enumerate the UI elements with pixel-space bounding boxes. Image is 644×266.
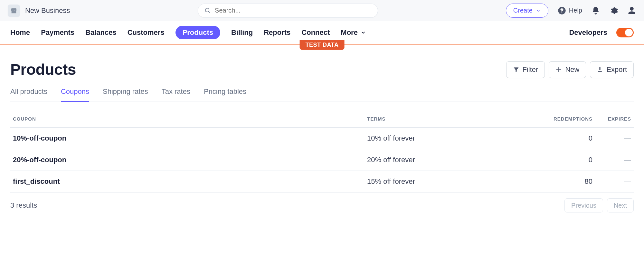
coupon-redemptions: 0 <box>528 156 592 164</box>
col-coupon: COUPON <box>13 116 367 122</box>
coupon-expires: — <box>592 156 631 164</box>
create-button[interactable]: Create <box>506 4 548 18</box>
coupon-redemptions: 0 <box>528 134 592 143</box>
coupon-name: 10%-off-coupon <box>13 134 367 143</box>
topbar: New Business Create Help <box>0 0 644 21</box>
business-name: New Business <box>25 6 70 15</box>
user-icon[interactable] <box>627 6 636 15</box>
search-icon <box>204 7 211 14</box>
coupons-table: COUPON TERMS REDEMPTIONS EXPIRES 10%-off… <box>10 110 634 218</box>
help-icon <box>557 6 566 15</box>
subtab-pricing-tables[interactable]: Pricing tables <box>204 87 246 102</box>
chevron-down-icon <box>536 8 541 13</box>
subtab-all-products[interactable]: All products <box>10 87 47 102</box>
coupon-expires: — <box>592 134 631 143</box>
nav-home[interactable]: Home <box>10 28 30 37</box>
next-button[interactable]: Next <box>607 198 634 212</box>
filter-button[interactable]: Filter <box>506 61 545 78</box>
new-label: New <box>565 65 579 74</box>
nav-reports[interactable]: Reports <box>264 28 290 37</box>
coupon-name: first_discount <box>13 177 367 186</box>
export-label: Export <box>606 65 627 74</box>
subtab-tax-rates[interactable]: Tax rates <box>162 87 190 102</box>
coupon-redemptions: 80 <box>528 177 592 186</box>
table-row[interactable]: 10%-off-coupon 10% off forever 0 — <box>10 128 634 149</box>
coupon-expires: — <box>592 177 631 186</box>
test-data-badge: TEST DATA <box>300 40 345 50</box>
settings-icon[interactable] <box>609 6 618 15</box>
nav-balances[interactable]: Balances <box>85 28 117 37</box>
col-expires: EXPIRES <box>592 116 631 122</box>
new-button[interactable]: New <box>549 61 586 78</box>
subtab-shipping-rates[interactable]: Shipping rates <box>103 87 148 102</box>
col-terms: TERMS <box>367 116 528 122</box>
nav-more[interactable]: More <box>341 28 366 37</box>
filter-label: Filter <box>523 65 538 74</box>
coupon-name: 20%-off-coupon <box>13 156 367 164</box>
results-count: 3 results <box>10 201 37 210</box>
coupon-terms: 15% off forever <box>367 177 528 186</box>
filter-icon <box>513 66 519 73</box>
main-nav: Home Payments Balances Customers Product… <box>0 21 644 44</box>
nav-billing[interactable]: Billing <box>231 28 253 37</box>
page-content: Products Filter New Export All products … <box>0 44 644 218</box>
table-header: COUPON TERMS REDEMPTIONS EXPIRES <box>10 110 634 128</box>
help-link[interactable]: Help <box>557 6 582 15</box>
coupon-terms: 20% off forever <box>367 156 528 164</box>
nav-customers[interactable]: Customers <box>128 28 165 37</box>
table-row[interactable]: 20%-off-coupon 20% off forever 0 — <box>10 149 634 171</box>
nav-developers[interactable]: Developers <box>569 28 607 37</box>
table-row[interactable]: first_discount 15% off forever 80 — <box>10 171 634 192</box>
chevron-down-icon <box>360 30 366 35</box>
nav-payments[interactable]: Payments <box>41 28 74 37</box>
product-subtabs: All products Coupons Shipping rates Tax … <box>10 87 634 102</box>
test-mode-toggle[interactable] <box>616 28 634 37</box>
export-icon <box>597 66 603 73</box>
create-label: Create <box>513 7 533 14</box>
nav-products[interactable]: Products <box>175 26 220 39</box>
page-title: Products <box>10 61 76 78</box>
plus-icon <box>555 66 562 73</box>
previous-button[interactable]: Previous <box>564 198 603 212</box>
store-icon <box>8 5 20 17</box>
col-redemptions: REDEMPTIONS <box>528 116 592 122</box>
business-switcher[interactable]: New Business <box>8 5 70 17</box>
export-button[interactable]: Export <box>590 61 634 78</box>
nav-more-label: More <box>341 28 358 37</box>
global-search[interactable] <box>198 4 378 18</box>
notifications-icon[interactable] <box>591 6 600 15</box>
help-label: Help <box>569 7 582 14</box>
nav-connect[interactable]: Connect <box>301 28 330 37</box>
coupon-terms: 10% off forever <box>367 134 528 143</box>
search-input[interactable] <box>215 7 371 14</box>
subtab-coupons[interactable]: Coupons <box>61 87 89 102</box>
